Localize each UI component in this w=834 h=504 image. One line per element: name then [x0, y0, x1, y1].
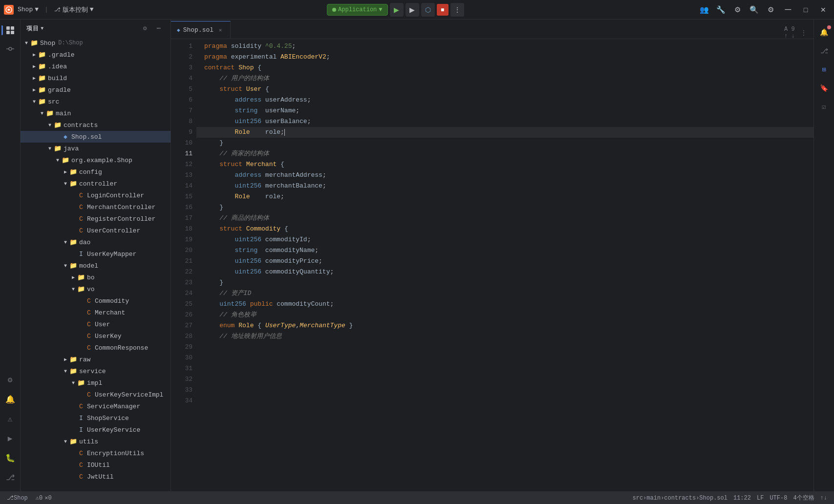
tree-item-config[interactable]: ▶ 📁 config: [21, 166, 171, 178]
tree-item-controller[interactable]: ▼ 📁 controller: [21, 178, 171, 189]
sidebar-more[interactable]: ⋯: [153, 22, 165, 34]
plugins-icon-button[interactable]: ⚙: [730, 3, 744, 17]
activity-run[interactable]: ▶: [1, 430, 19, 447]
tree-item-service[interactable]: ▼ 📁 service: [21, 365, 171, 377]
status-file: Shop.sol: [699, 495, 727, 502]
sm-icon: C: [77, 402, 85, 410]
run-button[interactable]: ▶: [390, 3, 404, 17]
status-position[interactable]: 11:22: [730, 492, 754, 504]
shop-menu[interactable]: Shop ▼: [18, 6, 39, 13]
activity-debug[interactable]: 🐛: [1, 449, 19, 467]
activity-git[interactable]: ⎇: [1, 469, 19, 486]
minimize-button[interactable]: ─: [781, 3, 795, 17]
tools-icon-button[interactable]: 🔧: [714, 3, 727, 17]
right-panel-git[interactable]: ⎇: [815, 42, 833, 60]
activity-commit[interactable]: [1, 40, 19, 58]
tree-item-shopservice[interactable]: ▶ I ShopService: [21, 412, 171, 424]
stop-button[interactable]: ■: [437, 4, 449, 16]
tree-item-vo[interactable]: ▼ 📁 vo: [21, 283, 171, 295]
version-control-label: 版本控制: [63, 5, 88, 14]
tree-item-merchant[interactable]: ▶ C Merchant: [21, 307, 171, 318]
people-icon-button[interactable]: 👥: [697, 3, 711, 17]
run-status-dot: [332, 8, 336, 12]
tab-close-button[interactable]: ✕: [216, 26, 224, 34]
status-encoding[interactable]: UTF-8: [767, 492, 790, 504]
tree-item-userkeymapper[interactable]: ▶ I UserKeyMapper: [21, 248, 171, 260]
right-panel-structure[interactable]: ⊞: [815, 61, 833, 78]
tree-item-userkeyservice[interactable]: ▶ I UserKeyService: [21, 424, 171, 436]
tree-item-userkey[interactable]: ▶ C UserKey: [21, 330, 171, 342]
activity-problems[interactable]: ⚠: [1, 410, 19, 428]
tree-item-model[interactable]: ▼ 📁 model: [21, 260, 171, 272]
code-editor[interactable]: 1 2 3 4 5 6 7 8 9 10 11 12 13 14 15 16 1…: [171, 39, 813, 491]
search-everywhere-button[interactable]: 🔍: [747, 3, 761, 17]
build-arrow: ▶: [30, 74, 38, 82]
right-panel-todo[interactable]: ☑: [815, 98, 833, 115]
tree-item-commodity[interactable]: ▶ C Commodity: [21, 295, 171, 307]
tree-item-shop-sol[interactable]: ▶ ◆ Shop.sol: [21, 131, 171, 143]
config-folder-icon: 📁: [69, 168, 77, 176]
tree-item-gradle2[interactable]: ▶ 📁 gradle: [21, 84, 171, 96]
tree-item-user[interactable]: ▶ C User: [21, 318, 171, 330]
warning-icon: ⚠: [36, 494, 39, 502]
tree-item-java[interactable]: ▼ 📁 java: [21, 143, 171, 154]
activity-notifications[interactable]: 🔔: [1, 391, 19, 408]
tree-item-uksi[interactable]: ▶ C UserKeyServiceImpl: [21, 389, 171, 400]
tree-item-idea[interactable]: ▶ 📁 .idea: [21, 61, 171, 72]
status-branch-label: Shop: [14, 495, 28, 502]
tree-item-src[interactable]: ▼ 📁 src: [21, 96, 171, 107]
idea-label: .idea: [48, 63, 67, 70]
close-button[interactable]: ✕: [816, 3, 830, 17]
tree-item-impl[interactable]: ▼ 📁 impl: [21, 377, 171, 389]
application-config-button[interactable]: Application ▼: [327, 4, 387, 16]
more-run-options-button[interactable]: ⋮: [450, 3, 464, 17]
tree-item-dao[interactable]: ▼ 📁 dao: [21, 236, 171, 248]
search-in-file-button[interactable]: A 9 ↑ ↓: [784, 27, 796, 39]
right-panel-bookmark[interactable]: 🔖: [815, 79, 833, 97]
tree-item-gradle[interactable]: ▶ 📁 .gradle: [21, 49, 171, 61]
sidebar-gear[interactable]: ⚙: [139, 22, 151, 34]
tree-item-encryptionutils[interactable]: ▶ C EncryptionUtils: [21, 447, 171, 459]
ln-34: 34: [171, 396, 192, 406]
activity-project[interactable]: [1, 21, 19, 39]
tree-item-jwtutil[interactable]: ▶ C JwtUtil: [21, 471, 171, 483]
tree-item-bo[interactable]: ▶ 📁 bo: [21, 272, 171, 283]
error-count: 0: [48, 495, 51, 502]
maximize-button[interactable]: □: [799, 3, 813, 17]
status-warnings[interactable]: ⚠ 0 ✕ 0: [33, 492, 55, 504]
status-git-sync[interactable]: ↑↓: [817, 492, 830, 504]
right-panel-notifications[interactable]: 🔔: [815, 23, 833, 41]
gradle2-label: gradle: [48, 86, 71, 94]
tab-shop-sol[interactable]: ◆ Shop.sol ✕: [171, 21, 231, 39]
status-indent[interactable]: 4个空格: [790, 492, 817, 504]
tree-item-logincontroller[interactable]: ▶ C LoginController: [21, 189, 171, 201]
run-with-coverage-button[interactable]: ▶: [406, 3, 419, 17]
tree-item-shop-root[interactable]: ▼ 📁 Shop D:\Shop: [21, 37, 171, 49]
status-breadcrumb[interactable]: src › main › contracts › Shop.sol: [630, 492, 730, 504]
application-arrow: ▼: [379, 6, 382, 13]
java-arrow: ▼: [46, 145, 54, 152]
status-line-separator[interactable]: LF: [754, 492, 767, 504]
code-content[interactable]: pragma solidity ^0.4.25; pragma experime…: [196, 39, 813, 491]
tree-item-build[interactable]: ▶ 📁 build: [21, 72, 171, 84]
tree-item-merchantcontroller[interactable]: ▶ C MerchantController: [21, 201, 171, 213]
tree-item-org[interactable]: ▼ 📁 org.example.Shop: [21, 154, 171, 166]
tree-item-usercontroller[interactable]: ▶ C UserController: [21, 225, 171, 236]
tree-item-utils[interactable]: ▼ 📁 utils: [21, 436, 171, 447]
tree-item-ioutils[interactable]: ▶ C IOUtil: [21, 459, 171, 471]
settings-button[interactable]: ⚙: [764, 3, 777, 17]
activity-settings[interactable]: ⚙: [1, 371, 19, 389]
tree-item-registercontroller[interactable]: ▶ C RegisterController: [21, 213, 171, 225]
tree-item-contracts[interactable]: ▼ 📁 contracts: [21, 119, 171, 131]
tree-item-servicemanager[interactable]: ▶ C ServiceManager: [21, 400, 171, 412]
tree-item-raw[interactable]: ▶ 📁 raw: [21, 354, 171, 365]
version-control-menu[interactable]: ⎇ 版本控制 ▼: [54, 5, 94, 14]
tab-icon: ◆: [177, 27, 180, 33]
bo-label: bo: [87, 274, 95, 281]
tree-item-main[interactable]: ▼ 📁 main: [21, 107, 171, 119]
debug-button[interactable]: ⬡: [421, 3, 435, 17]
tree-item-commonresponse[interactable]: ▶ C CommonResponse: [21, 342, 171, 354]
more-tabs-button[interactable]: ⋮: [798, 27, 810, 39]
uc-label: UserController: [87, 227, 140, 234]
status-branch[interactable]: ⎇ Shop: [4, 492, 31, 504]
